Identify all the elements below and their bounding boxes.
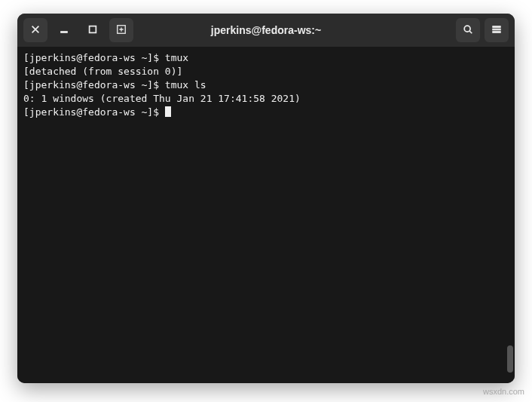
terminal-line: 0: 1 windows (created Thu Jan 21 17:41:5… (23, 92, 510, 106)
maximize-button[interactable] (81, 18, 105, 42)
terminal-content[interactable]: [jperkins@fedora-ws ~]$ tmux [detached (… (17, 47, 515, 383)
terminal-line: [detached (from session 0)] (23, 65, 510, 78)
terminal-prompt-line: [jperkins@fedora-ws ~]$ (23, 106, 510, 119)
terminal-window: jperkins@fedora-ws:~ [jperkins@fedora-ws… (17, 14, 515, 383)
new-tab-button[interactable] (109, 18, 133, 42)
search-icon (463, 24, 473, 37)
terminal-line: [jperkins@fedora-ws ~]$ tmux (23, 51, 510, 65)
titlebar-left-controls (23, 18, 133, 42)
scrollbar-thumb[interactable] (507, 345, 513, 373)
minimize-button[interactable] (52, 18, 76, 42)
svg-rect-1 (90, 26, 96, 32)
close-button[interactable] (23, 18, 47, 42)
hamburger-icon (491, 24, 502, 37)
close-icon (30, 24, 41, 37)
svg-rect-5 (493, 29, 501, 30)
svg-rect-0 (61, 31, 68, 32)
scrollbar-track[interactable] (507, 84, 513, 377)
cursor-icon (165, 106, 171, 117)
search-button[interactable] (456, 18, 480, 42)
new-tab-icon (116, 24, 127, 37)
terminal-line: [jperkins@fedora-ws ~]$ tmux ls (23, 78, 510, 92)
svg-point-3 (464, 26, 470, 32)
svg-rect-4 (493, 26, 501, 27)
maximize-icon (87, 24, 98, 37)
menu-button[interactable] (485, 18, 509, 42)
titlebar: jperkins@fedora-ws:~ (17, 14, 515, 47)
terminal-prompt: [jperkins@fedora-ws ~]$ (23, 106, 165, 118)
watermark-text: wsxdn.com (483, 387, 524, 396)
minimize-icon (59, 24, 69, 37)
titlebar-right-controls (456, 18, 509, 42)
svg-rect-6 (493, 31, 501, 32)
